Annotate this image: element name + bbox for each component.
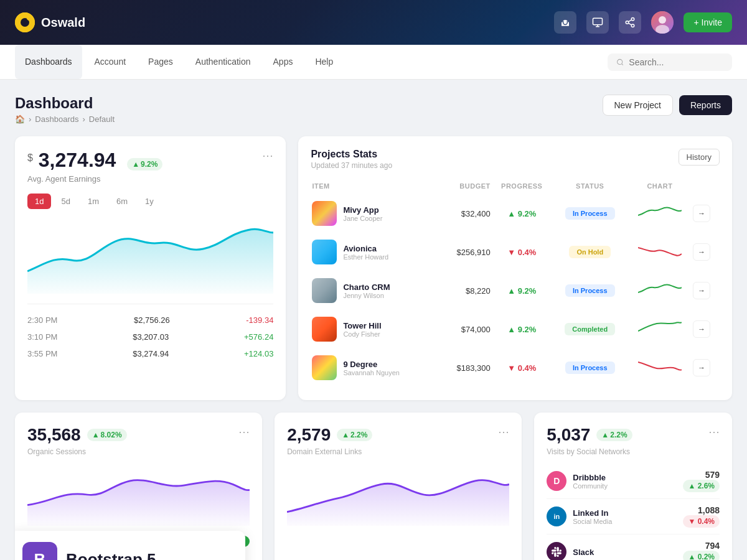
reports-button[interactable]: Reports [679, 95, 732, 115]
project-thumb [312, 240, 337, 264]
project-author: Jane Cooper [343, 215, 382, 222]
monitor-icon-btn[interactable] [586, 11, 609, 34]
dribbble-info: D Dribbble Community [547, 471, 608, 491]
filter-1y[interactable]: 1y [138, 194, 161, 209]
invite-button[interactable]: + Invite [684, 12, 732, 32]
budget-cell: $183,300 [441, 349, 491, 386]
domain-links-card: 2,579 ▲ 2.2% Domain External Links ⋯ [275, 413, 522, 560]
earnings-amount-row: $ 3,274.94 ▲ 9.2% [27, 149, 162, 172]
progress-value: ▼ 0.4% [507, 248, 536, 257]
nav-item-dashboards[interactable]: Dashboards [15, 45, 82, 79]
chart-cell [628, 310, 692, 348]
svg-line-13 [622, 63, 623, 65]
status-cell: In Process [553, 349, 627, 386]
page-header: Dashboard 🏠 › Dashboards › Default New P… [15, 95, 732, 124]
earnings-main: $ 3,274.94 ▲ 9.2% Avg. Agent Earnings [27, 149, 162, 184]
bootstrap-text: Bootstrap 5 [66, 550, 156, 561]
time-1: 3:10 PM [27, 332, 57, 342]
logo-area: Oswald [15, 12, 85, 32]
progress-cell: ▲ 9.2% [492, 195, 552, 232]
row-arrow-button[interactable]: → [693, 320, 710, 338]
progress-value: ▲ 9.2% [507, 325, 536, 334]
status-badge: Completed [565, 323, 615, 335]
budget-amount: $74,000 [461, 325, 491, 334]
social-linkedin: in Linked In Social Media 1,088 ▼ 0.4% [547, 499, 720, 534]
breadcrumb-home[interactable]: 🏠 [15, 114, 25, 124]
budget-amount: $256,910 [457, 248, 491, 257]
slack-icon [547, 542, 566, 560]
svg-point-12 [618, 59, 622, 64]
linkedin-text: Linked In Social Media [573, 508, 612, 525]
time-filters: 1d 5d 1m 6m 1y [27, 194, 273, 209]
row-arrow-button[interactable]: → [693, 359, 710, 376]
row-arrow-button[interactable]: → [693, 243, 710, 261]
col-item: ITEM [312, 179, 439, 194]
progress-cell: ▼ 0.4% [492, 349, 552, 386]
svg-line-7 [629, 23, 632, 25]
logo-icon [15, 12, 35, 32]
history-button[interactable]: History [679, 149, 720, 166]
breadcrumb-default[interactable]: Default [89, 114, 115, 124]
dribbble-badge: ▲ 2.6% [683, 480, 720, 492]
header-right: + Invite [554, 11, 732, 34]
project-item-cell: Avionica Esther Howard [312, 233, 439, 271]
share-icon-btn[interactable] [619, 11, 641, 34]
progress-value: ▼ 0.4% [507, 363, 536, 373]
search-area[interactable] [608, 54, 732, 71]
domain-more-button[interactable]: ⋯ [498, 425, 509, 439]
nav-item-pages[interactable]: Pages [138, 45, 183, 79]
budget-cell: $256,910 [441, 233, 491, 271]
dribbble-stats: 579 ▲ 2.6% [683, 470, 720, 492]
row-arrow-button[interactable]: → [693, 205, 710, 222]
top-header: Oswald + Invite [0, 0, 747, 45]
social-value-area: 5,037 ▲ 2.2% Visits by Social Networks [547, 425, 632, 456]
status-cell: In Process [553, 195, 627, 232]
filter-1m[interactable]: 1m [80, 194, 106, 209]
social-more-button[interactable]: ⋯ [708, 425, 720, 439]
budget-cell: $74,000 [441, 310, 491, 348]
title-section: Dashboard 🏠 › Dashboards › Default [15, 95, 115, 124]
organic-label: Organic Sessions [27, 447, 127, 456]
domain-chart [287, 464, 509, 526]
mini-chart [638, 203, 682, 224]
camera-icon-btn[interactable] [554, 11, 576, 34]
status-badge: In Process [565, 207, 615, 220]
svg-point-10 [659, 16, 666, 24]
nav-item-apps[interactable]: Apps [263, 45, 303, 79]
project-item-cell: Charto CRM Jenny Wilson [312, 272, 439, 309]
user-avatar[interactable] [651, 11, 674, 34]
svg-line-8 [629, 20, 632, 22]
project-name: 9 Degree [343, 360, 400, 369]
project-thumb [312, 317, 337, 342]
domain-header: 2,579 ▲ 2.2% Domain External Links ⋯ [287, 425, 509, 456]
social-networks-card: 5,037 ▲ 2.2% Visits by Social Networks ⋯… [534, 413, 732, 560]
breadcrumb-dashboards[interactable]: Dashboards [35, 114, 78, 124]
time-2: 3:55 PM [27, 349, 57, 358]
organic-header: 35,568 ▲ 8.02% Organic Sessions ⋯ [27, 425, 250, 456]
filter-1d[interactable]: 1d [27, 194, 51, 209]
amount-value: 3,274.94 [39, 149, 116, 171]
change-0: -139.34 [246, 315, 273, 325]
linkedin-count: 1,088 [683, 505, 720, 515]
linkedin-badge: ▼ 0.4% [683, 515, 720, 528]
search-input[interactable] [629, 57, 723, 67]
col-budget: BUDGET [441, 179, 491, 194]
organic-more-button[interactable]: ⋯ [238, 425, 250, 439]
filter-6m[interactable]: 6m [109, 194, 135, 209]
social-slack: Slack 794 ▲ 0.2% [547, 534, 720, 560]
earnings-badge: ▲ 9.2% [127, 158, 162, 170]
nav-item-account[interactable]: Account [85, 45, 136, 79]
projects-header: Projects Stats Updated 37 minutes ago Hi… [311, 149, 720, 170]
projects-title-section: Projects Stats Updated 37 minutes ago [311, 149, 392, 170]
earnings-label: Avg. Agent Earnings [27, 174, 162, 184]
nav-item-authentication[interactable]: Authentication [186, 45, 261, 79]
row-arrow-button[interactable]: → [693, 282, 710, 299]
earnings-more-button[interactable]: ⋯ [262, 149, 273, 162]
project-item-cell: 9 Degree Savannah Nguyen [312, 349, 439, 386]
budget-amount: $32,400 [461, 209, 491, 218]
svg-point-5 [626, 21, 629, 24]
nav-item-help[interactable]: Help [305, 45, 343, 79]
new-project-button[interactable]: New Project [603, 95, 673, 116]
filter-5d[interactable]: 5d [54, 194, 77, 209]
view-cell: → [693, 195, 718, 232]
